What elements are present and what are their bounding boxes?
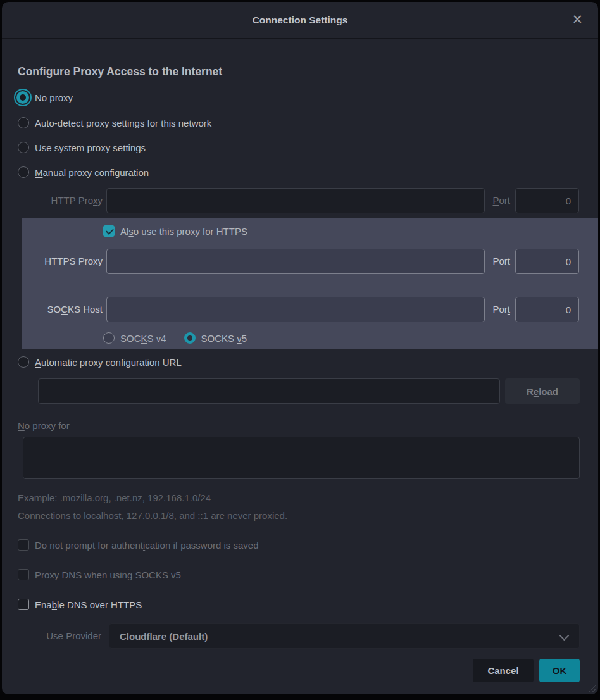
no-proxy-for-textarea[interactable]	[23, 437, 580, 479]
proxy-dns-checkbox[interactable]	[18, 569, 29, 580]
radio-row-auto-url: Automatic proxy configuration URL	[18, 356, 182, 368]
no-prompt-checkbox[interactable]	[18, 539, 29, 551]
http-proxy-label: HTTP Proxy	[18, 188, 103, 213]
doh-checkbox[interactable]	[18, 599, 29, 610]
resize-grip[interactable]	[585, 682, 596, 692]
https-port-input[interactable]	[515, 249, 579, 274]
auto-url-input[interactable]	[38, 378, 500, 404]
use-provider-label: Use Provider	[18, 623, 101, 649]
also-https-row: Also use this proxy for HTTPS	[103, 225, 247, 237]
radio-socks-v4[interactable]	[103, 332, 115, 344]
no-prompt-label: Do not prompt for authentication if pass…	[35, 540, 259, 551]
radio-manual-proxy[interactable]	[18, 166, 29, 178]
radio-system-proxy[interactable]	[18, 142, 29, 153]
titlebar: Connection Settings ✕	[2, 2, 598, 39]
https-proxy-label: HTTPS Proxy	[18, 249, 103, 274]
check-icon	[106, 227, 114, 235]
radio-auto-detect[interactable]	[18, 117, 29, 128]
doh-row: Enable DNS over HTTPS	[18, 599, 142, 610]
radio-socks-v5[interactable]	[184, 332, 196, 344]
ok-button[interactable]: OK	[539, 659, 580, 682]
radio-auto-detect-label: Auto-detect proxy settings for this netw…	[35, 118, 211, 128]
reload-button[interactable]: Reload	[505, 378, 580, 404]
radio-auto-url-label: Automatic proxy configuration URL	[35, 357, 182, 368]
connection-settings-dialog: Connection Settings ✕ Configure Proxy Ac…	[2, 2, 598, 694]
radio-system-proxy-label: Use system proxy settings	[35, 142, 146, 153]
radio-row-no-proxy: No proxy	[16, 91, 73, 104]
provider-select[interactable]: Cloudflare (Default)	[109, 623, 580, 649]
dialog-title: Connection Settings	[2, 2, 598, 38]
https-proxy-input[interactable]	[106, 249, 485, 274]
radio-row-auto-detect: Auto-detect proxy settings for this netw…	[18, 117, 211, 128]
radio-row-manual: Manual proxy configuration	[18, 166, 149, 178]
example-text: Example: .mozilla.org, .net.nz, 192.168.…	[18, 492, 211, 503]
also-https-label: Also use this proxy for HTTPS	[120, 226, 247, 237]
socks-port-label: Port	[485, 297, 510, 322]
socks-version-row: SOCKS v4 SOCKS v5	[103, 332, 247, 344]
also-https-checkbox[interactable]	[103, 225, 115, 237]
socks-host-label: SOCKS Host	[18, 297, 103, 322]
no-proxy-for-label: No proxy for	[18, 420, 70, 431]
doh-label: Enable DNS over HTTPS	[35, 599, 142, 610]
provider-selected-value: Cloudflare (Default)	[120, 631, 208, 642]
localhost-note-text: Connections to localhost, 127.0.0.1/8, a…	[18, 510, 287, 521]
radio-socks-v5-label: SOCKS v5	[201, 333, 247, 344]
socks-port-input[interactable]	[515, 297, 579, 322]
no-prompt-row: Do not prompt for authentication if pass…	[18, 539, 259, 551]
https-port-label: Port	[485, 249, 510, 274]
http-proxy-input[interactable]	[106, 188, 485, 213]
socks-host-input[interactable]	[106, 297, 485, 322]
https-socks-highlight-section	[22, 218, 598, 349]
chevron-down-icon	[559, 631, 570, 641]
radio-manual-proxy-label: Manual proxy configuration	[35, 167, 149, 178]
http-port-label: Port	[485, 188, 510, 213]
radio-no-proxy[interactable]	[16, 91, 29, 104]
close-icon[interactable]: ✕	[569, 2, 585, 38]
cancel-button[interactable]: Cancel	[473, 659, 534, 682]
page-title: Configure Proxy Access to the Internet	[18, 65, 222, 78]
radio-socks-v4-label: SOCKS v4	[120, 333, 166, 344]
proxy-dns-label: Proxy DNS when using SOCKS v5	[35, 570, 181, 580]
radio-no-proxy-label: No proxy	[35, 92, 73, 103]
radio-auto-url[interactable]	[18, 356, 29, 368]
http-port-input[interactable]	[515, 188, 579, 213]
radio-row-system: Use system proxy settings	[18, 142, 146, 153]
proxy-dns-row: Proxy DNS when using SOCKS v5	[18, 569, 181, 580]
